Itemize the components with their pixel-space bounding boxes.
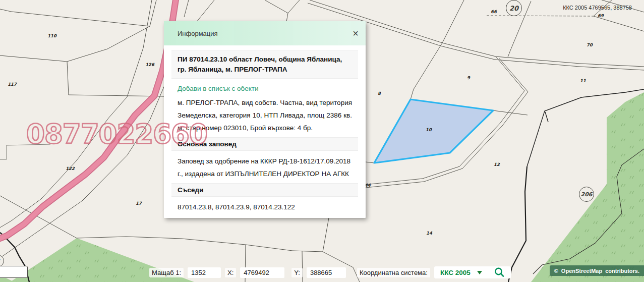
corner-coordinates: ККС 2005 4769565, 388758 [563, 5, 632, 11]
x-label: X: [225, 268, 236, 277]
parcel-title: ПИ 87014.23.10 област Ловеч, община Ябла… [171, 50, 358, 79]
copyright-symbol: © [554, 268, 558, 274]
attribution-suffix: contributors. [605, 268, 639, 274]
osm-link[interactable]: OpenStreetMap [561, 268, 602, 274]
section-header-main-order: Основна заповед [171, 137, 358, 151]
add-to-list-link[interactable]: Добави в списък с обекти [178, 85, 258, 92]
attribution: © OpenStreetMap contributors. [550, 265, 644, 276]
crs-label: Координатна система: [357, 268, 430, 277]
dialog-body: ПИ 87014.23.10 област Ловеч, община Ябла… [164, 45, 366, 222]
dialog-header[interactable]: Информация × [164, 21, 366, 45]
y-input[interactable] [307, 267, 346, 278]
scale-input[interactable] [188, 267, 221, 278]
map-toolbar: Мащаб 1: X: Y: Координатна система: ККС … [149, 266, 511, 278]
crs-select[interactable]: ККС 2005 [434, 266, 511, 278]
info-dialog: Информация × ПИ 87014.23.10 област Ловеч… [164, 21, 366, 218]
y-label: Y: [291, 268, 303, 277]
main-order-text: Заповед за одобрение на КККР РД-18-1612/… [178, 155, 352, 180]
close-icon[interactable]: × [353, 28, 359, 38]
dialog-title: Информация [178, 30, 218, 37]
crs-value: ККС 2005 [440, 269, 471, 276]
parcel-details: м. ПРЕЛОГ-ТРАПА, вид собств. Частна, вид… [178, 96, 352, 134]
section-header-neighbors: Съседи [171, 183, 358, 197]
neighbors-text: 87014.23.8, 87014.23.9, 87014.23.122 [178, 201, 352, 213]
search-icon[interactable] [494, 267, 505, 278]
chevron-down-icon[interactable] [477, 271, 482, 274]
app-window: 11012611712217810912144466697011202067 К… [0, 0, 644, 282]
x-input[interactable] [240, 267, 284, 278]
partial-control-box[interactable] [0, 266, 28, 278]
scale-label: Мащаб 1: [149, 268, 184, 277]
